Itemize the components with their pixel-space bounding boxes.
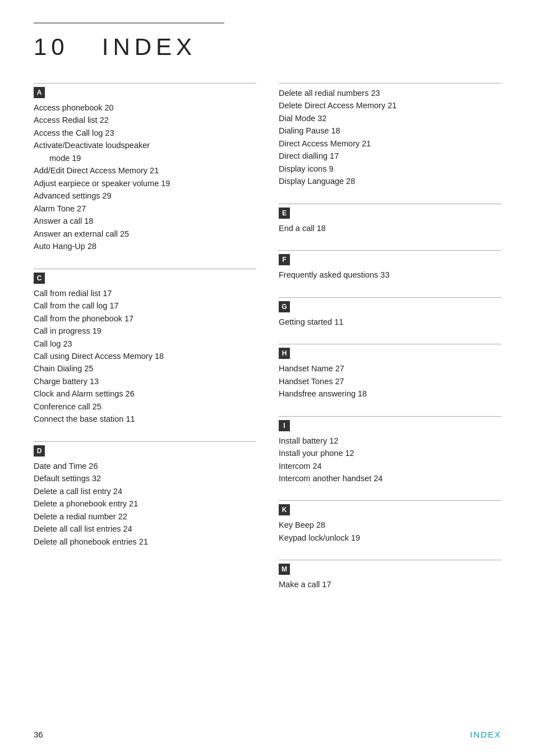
footer-index-label: INDEX <box>470 730 501 739</box>
list-item: Answer a call 18 <box>34 215 256 227</box>
list-item: Display Language 28 <box>279 175 501 187</box>
letter-badge-c: C <box>34 273 45 284</box>
letter-badge-h: H <box>279 348 290 359</box>
footer-page-number: 36 <box>34 730 43 739</box>
letter-badge-k: K <box>279 504 290 515</box>
index-section: AAccess phonebook 20Access Redial list 2… <box>34 83 256 253</box>
list-item: Getting started 11 <box>279 316 501 328</box>
list-item: Adjust earpiece or speaker volume 19 <box>34 177 256 190</box>
list-item: Direct Access Memory 21 <box>279 137 501 150</box>
left-column: AAccess phonebook 20Access Redial list 2… <box>34 83 256 607</box>
list-item: Call from the call log 17 <box>34 299 256 312</box>
list-item: Dialing Pause 18 <box>279 125 501 137</box>
section-rule <box>34 269 256 269</box>
list-item: Key Beep 28 <box>279 519 501 531</box>
index-entries-list: Delete all redial numbers 23Delete Direc… <box>279 87 501 188</box>
content-wrapper: AAccess phonebook 20Access Redial list 2… <box>34 83 501 607</box>
index-section: CCall from redial list 17Call from the c… <box>34 269 256 426</box>
title-number: 10 <box>34 34 69 60</box>
index-section: FFrequently asked questions 33 <box>279 250 501 281</box>
list-item: Connect the base station 11 <box>34 413 256 425</box>
page-title: 10 INDEX <box>34 34 501 61</box>
list-item: Intercom 24 <box>279 460 501 472</box>
list-item: Call using Direct Access Memory 18 <box>34 350 256 362</box>
section-rule <box>279 500 501 501</box>
list-item: Dial Mode 32 <box>279 112 501 125</box>
title-text: INDEX <box>102 34 196 60</box>
letter-badge-e: E <box>279 208 290 219</box>
list-item: Access Redial list 22 <box>34 114 256 126</box>
index-section: Delete all redial numbers 23Delete Direc… <box>279 83 501 188</box>
index-entries-list: Getting started 11 <box>279 316 501 328</box>
index-entries-list: Install battery 12Install your phone 12I… <box>279 435 501 485</box>
list-item: Alarm Tone 27 <box>34 202 256 215</box>
top-rule <box>34 22 224 24</box>
index-entries-list: Make a call 17 <box>279 578 501 591</box>
section-rule <box>34 441 256 442</box>
list-item: Access phonebook 20 <box>34 102 256 114</box>
letter-badge-g: G <box>279 301 290 312</box>
list-item: Keypad lock/unlock 19 <box>279 532 501 544</box>
list-item: Frequently asked questions 33 <box>279 269 501 281</box>
index-section: IInstall battery 12Install your phone 12… <box>279 416 501 485</box>
list-item: Answer an external call 25 <box>34 228 256 240</box>
list-item: Direct dialling 17 <box>279 150 501 162</box>
list-item: Delete all redial numbers 23 <box>279 87 501 99</box>
list-item: Delete a call list entry 24 <box>34 485 256 497</box>
list-item: mode 19 <box>34 152 256 164</box>
index-entries-list: Key Beep 28Keypad lock/unlock 19 <box>279 519 501 544</box>
index-section: GGetting started 11 <box>279 297 501 328</box>
section-rule <box>279 83 501 84</box>
list-item: Charge battery 13 <box>34 375 256 388</box>
index-section: HHandset Name 27Handset Tones 27Handsfre… <box>279 344 501 400</box>
list-item: Handsfree answering 18 <box>279 388 501 400</box>
list-item: Delete a phonebook entry 21 <box>34 497 256 510</box>
section-rule <box>279 297 501 298</box>
list-item: Auto Hang-Up 28 <box>34 240 256 252</box>
list-item: Clock and Alarm settings 26 <box>34 388 256 400</box>
list-item: End a call 18 <box>279 222 501 234</box>
section-rule <box>279 250 501 251</box>
list-item: Conference call 25 <box>34 400 256 413</box>
index-entries-list: Frequently asked questions 33 <box>279 269 501 281</box>
footer: 36 INDEX <box>34 730 501 739</box>
list-item: Date and Time 26 <box>34 460 256 472</box>
list-item: Call from redial list 17 <box>34 287 256 299</box>
letter-badge-a: A <box>34 87 45 98</box>
letter-badge-i: I <box>279 420 290 431</box>
section-rule <box>279 560 501 560</box>
list-item: Call log 23 <box>34 338 256 350</box>
index-entries-list: Call from redial list 17Call from the ca… <box>34 287 256 426</box>
letter-badge-d: D <box>34 445 45 457</box>
section-rule <box>279 204 501 204</box>
list-item: Make a call 17 <box>279 578 501 591</box>
section-rule <box>279 344 501 344</box>
index-entries-list: End a call 18 <box>279 222 501 234</box>
list-item: Advanced settings 29 <box>34 190 256 202</box>
list-item: Call from the phonebook 17 <box>34 312 256 325</box>
list-item: Delete Direct Access Memory 21 <box>279 99 501 112</box>
index-section: EEnd a call 18 <box>279 204 501 234</box>
list-item: Delete all call list entries 24 <box>34 523 256 535</box>
index-section: DDate and Time 26Default settings 32Dele… <box>34 441 256 548</box>
index-entries-list: Access phonebook 20Access Redial list 22… <box>34 102 256 253</box>
index-section: KKey Beep 28Keypad lock/unlock 19 <box>279 500 501 544</box>
list-item: Chain Dialing 25 <box>34 362 256 375</box>
index-section: MMake a call 17 <box>279 560 501 591</box>
right-column: Delete all redial numbers 23Delete Direc… <box>279 83 501 607</box>
list-item: Intercom another handset 24 <box>279 472 501 485</box>
list-item: Call in progress 19 <box>34 325 256 337</box>
section-rule <box>279 416 501 417</box>
list-item: Install your phone 12 <box>279 447 501 459</box>
list-item: Activate/Deactivate loudspeaker <box>34 139 256 151</box>
list-item: Delete a redial number 22 <box>34 510 256 523</box>
list-item: Add/Edit Direct Access Memory 21 <box>34 164 256 177</box>
list-item: Display icons 9 <box>279 163 501 175</box>
list-item: Delete all phonebook entries 21 <box>34 536 256 548</box>
index-entries-list: Handset Name 27Handset Tones 27Handsfree… <box>279 362 501 400</box>
list-item: Default settings 32 <box>34 472 256 485</box>
list-item: Handset Name 27 <box>279 362 501 375</box>
letter-badge-m: M <box>279 564 290 575</box>
list-item: Access the Call log 23 <box>34 127 256 139</box>
index-entries-list: Date and Time 26Default settings 32Delet… <box>34 460 256 548</box>
